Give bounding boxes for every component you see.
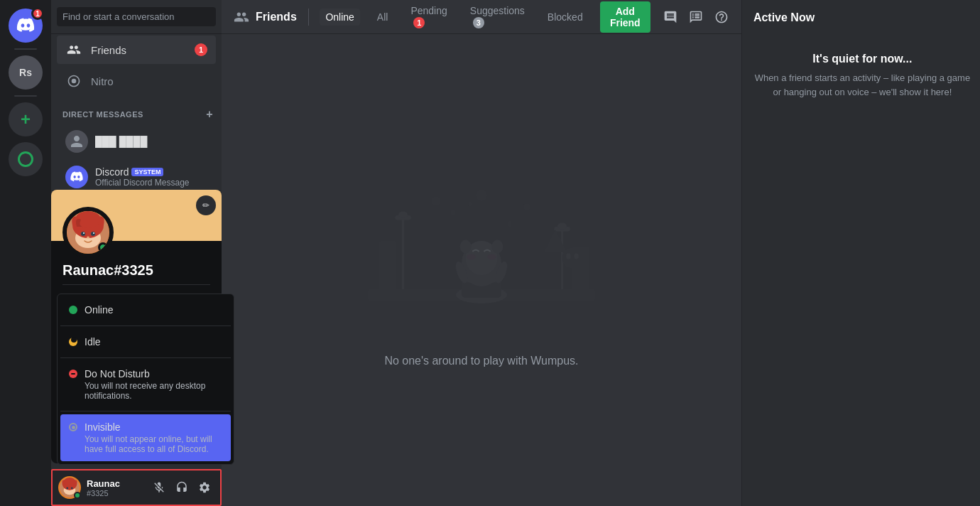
empty-friends-text: No one's around to play with Wumpus. [384, 355, 578, 367]
home-button[interactable]: 1 [9, 9, 43, 43]
svg-point-30 [476, 190, 487, 201]
add-dm-button[interactable]: + [206, 108, 213, 121]
svg-point-46 [460, 239, 472, 253]
svg-rect-37 [575, 264, 579, 267]
settings-button[interactable] [195, 478, 214, 497]
add-server-button[interactable]: + [9, 102, 43, 136]
status-divider-3 [60, 411, 231, 411]
friends-icon [65, 41, 82, 58]
dnd-dot [69, 370, 77, 378]
svg-point-6 [81, 232, 85, 236]
profile-status-dot [98, 242, 108, 252]
topbar-divider [308, 9, 309, 26]
status-online-main: Online [69, 304, 222, 316]
tab-suggestions[interactable]: Suggestions3 [464, 2, 530, 31]
svg-point-52 [469, 202, 472, 206]
svg-point-10 [87, 237, 89, 239]
tab-blocked[interactable]: Blocked [542, 9, 589, 26]
status-idle-main: Idle [69, 336, 222, 348]
status-divider-2 [60, 357, 231, 358]
dm-section-header: DIRECT MESSAGES + [51, 97, 222, 124]
system-badge: SYSTEM [131, 168, 163, 176]
nitro-label: Nitro [91, 75, 114, 87]
server-divider-2 [14, 95, 37, 97]
user-panel: Raunac #3325 [51, 469, 222, 506]
dm-avatar-discord [65, 166, 88, 188]
inbox-icon[interactable] [687, 9, 704, 26]
svg-point-22 [398, 211, 408, 218]
tab-pending[interactable]: Pending1 [405, 2, 452, 31]
center-content: No one's around to play with Wumpus. [222, 34, 741, 506]
server-sidebar: 1 Rs + [0, 0, 51, 506]
dm-avatar-hidden [65, 130, 88, 153]
svg-point-1 [72, 79, 77, 84]
mute-button[interactable] [149, 478, 169, 497]
search-bar [51, 0, 222, 34]
status-option-idle[interactable]: Idle [60, 329, 231, 355]
friends-badge: 1 [195, 43, 207, 56]
status-option-invisible[interactable]: Invisible You will not appear online, bu… [60, 414, 231, 461]
svg-point-47 [491, 239, 503, 253]
status-dnd-main: Do Not Disturb [69, 368, 222, 380]
username: Raunac [87, 478, 120, 489]
status-option-online[interactable]: Online [60, 297, 231, 323]
user-panel-left: Raunac #3325 [58, 476, 120, 499]
add-friend-button[interactable]: Add Friend [600, 1, 650, 33]
svg-point-51 [508, 221, 512, 227]
dnd-desc: You will not receive any desktop notific… [69, 381, 222, 401]
topbar-friends-label: Friends [256, 11, 297, 23]
top-bar-left: Friends [233, 9, 297, 26]
active-now-empty-desc: When a friend starts an activity – like … [753, 71, 971, 99]
status-option-dnd[interactable]: Do Not Disturb You will not receive any … [60, 361, 231, 408]
svg-rect-20 [402, 218, 404, 292]
svg-point-19 [71, 488, 73, 490]
svg-rect-36 [571, 264, 575, 267]
active-now-empty-title: It's quiet for now... [812, 53, 912, 65]
explore-button[interactable] [9, 142, 43, 176]
nitro-icon [65, 72, 82, 90]
nitro-nav-item[interactable]: Nitro [57, 67, 216, 95]
svg-point-29 [523, 203, 530, 210]
user-info: Raunac #3325 [87, 478, 120, 497]
user-status-dot [74, 492, 81, 499]
idle-dot [69, 338, 77, 346]
dm-item-discord-info: Discord SYSTEM Official Discord Message [95, 166, 190, 188]
svg-point-50 [451, 209, 455, 216]
invisible-dot-inner [72, 426, 75, 429]
status-divider-1 [60, 325, 231, 326]
search-input[interactable] [57, 7, 216, 26]
help-icon[interactable] [713, 9, 730, 26]
status-invisible-main: Invisible [69, 421, 222, 433]
svg-point-9 [93, 232, 94, 234]
discriminator: #3325 [87, 489, 120, 497]
tab-online[interactable]: Online [320, 9, 359, 26]
profile-avatar [62, 207, 114, 258]
dm-item-hidden-info: ███ ████ [95, 136, 147, 147]
svg-point-7 [91, 232, 95, 236]
svg-point-34 [574, 254, 578, 259]
invisible-desc: You will not appear online, but will hav… [69, 434, 222, 454]
dm-sidebar: Friends 1 Nitro DIRECT MESSAGES + ███ ██… [51, 0, 222, 506]
dm-item-hidden[interactable]: ███ ████ [57, 124, 216, 158]
dm-item-hidden-name: ███ ████ [95, 136, 147, 147]
deafen-button[interactable] [172, 478, 192, 497]
svg-point-25 [557, 222, 567, 230]
svg-point-45 [487, 254, 496, 259]
pending-badge: 1 [413, 17, 425, 28]
dm-item-discord[interactable]: Discord SYSTEM Official Discord Message [57, 160, 216, 194]
tab-all[interactable]: All [371, 9, 394, 26]
active-now-empty: It's quiet for now... When a friend star… [753, 53, 971, 99]
dm-discord-name: Discord [95, 166, 129, 178]
profile-edit-button[interactable]: ✏ [196, 195, 216, 215]
active-now-panel: Active Now It's quiet for now... When a … [741, 0, 980, 506]
profile-banner: ✏ [51, 190, 222, 241]
profile-avatar-container [62, 207, 114, 258]
profile-username: Raunac#3325 [62, 262, 210, 279]
friends-nav-item[interactable]: Friends 1 [57, 36, 216, 64]
status-dropdown: Online Idle Do Not Disturb You will not … [57, 294, 234, 465]
new-group-dm-icon[interactable] [662, 9, 679, 26]
invisible-dot [69, 423, 77, 431]
top-bar-right [662, 9, 730, 26]
server-rs[interactable]: Rs [9, 55, 43, 90]
svg-point-44 [467, 254, 476, 259]
